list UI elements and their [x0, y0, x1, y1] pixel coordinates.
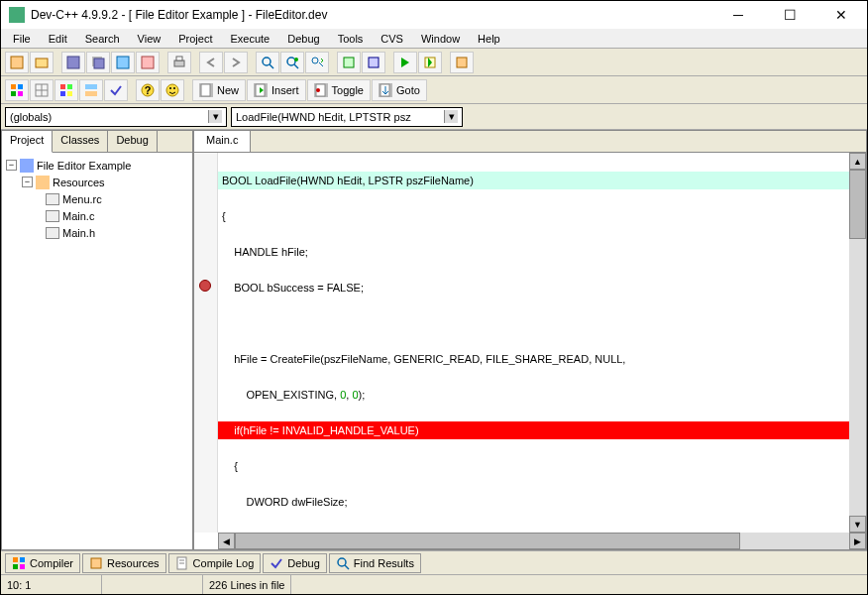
insert-button[interactable]: Insert [247, 79, 306, 101]
maximize-button[interactable]: ☐ [772, 3, 808, 27]
collapse-icon[interactable]: − [6, 160, 17, 171]
scroll-down-icon[interactable]: ▼ [849, 516, 866, 533]
project-icon [20, 159, 34, 173]
svg-point-36 [173, 87, 175, 89]
save-disk-icon[interactable] [111, 52, 135, 73]
breakpoint-icon[interactable] [199, 280, 211, 292]
find-next-icon[interactable] [305, 52, 329, 73]
new-project-icon[interactable] [5, 52, 29, 73]
svg-point-35 [169, 87, 171, 89]
file-icon [46, 227, 59, 239]
file-tab-main-c[interactable]: Main.c [194, 131, 251, 152]
tree-folder-label: Resources [53, 177, 105, 188]
tree-root[interactable]: −File Editor Example [6, 157, 188, 174]
undo-icon[interactable] [199, 52, 223, 73]
about-icon[interactable] [161, 79, 184, 101]
file-icon [46, 193, 59, 205]
vertical-scrollbar[interactable]: ▲ ▼ [849, 153, 866, 533]
menu-debug[interactable]: Debug [279, 31, 327, 47]
run-icon[interactable] [362, 52, 385, 73]
menu-tools[interactable]: Tools [330, 31, 372, 47]
horizontal-scrollbar[interactable]: ◀ ▶ [218, 533, 866, 549]
scroll-up-icon[interactable]: ▲ [849, 153, 866, 170]
menu-execute[interactable]: Execute [222, 31, 277, 47]
function-combo[interactable]: LoadFile(HWND hEdit, LPTSTR psz▾ [231, 107, 463, 127]
tab-debug-bottom[interactable]: Debug [263, 553, 326, 573]
svg-rect-7 [174, 60, 184, 66]
menu-file[interactable]: File [5, 31, 39, 47]
tab-resources[interactable]: Resources [82, 553, 166, 573]
tab-debug[interactable]: Debug [108, 131, 157, 152]
menu-window[interactable]: Window [413, 31, 468, 47]
goto-icon [379, 83, 392, 97]
grid3-icon[interactable] [54, 79, 78, 101]
help-icon[interactable]: ? [136, 79, 160, 101]
print-icon[interactable] [167, 52, 191, 73]
scroll-thumb[interactable] [849, 170, 866, 239]
svg-point-34 [166, 84, 178, 96]
status-empty [102, 575, 203, 594]
code-line: { [218, 207, 849, 225]
scope-combo-value: (globals) [10, 111, 52, 123]
svg-rect-8 [176, 57, 182, 60]
scope-combo[interactable]: (globals)▾ [5, 107, 227, 127]
new-file-button[interactable]: New [192, 79, 246, 101]
svg-point-14 [312, 58, 318, 63]
svg-rect-4 [94, 59, 104, 68]
tab-label: Debug [287, 557, 319, 569]
chevron-down-icon: ▾ [208, 110, 222, 123]
tab-project[interactable]: Project [2, 131, 53, 153]
menu-view[interactable]: View [130, 31, 169, 47]
tree-folder[interactable]: −Resources [22, 174, 188, 190]
check-icon[interactable] [104, 79, 128, 101]
code-line-breakpoint: if(hFile != INVALID_HANDLE_VALUE) [218, 421, 849, 439]
tree-file[interactable]: Main.c [46, 207, 188, 224]
grid1-icon[interactable] [5, 79, 29, 101]
goto-button[interactable]: Goto [372, 79, 427, 101]
save-icon[interactable] [61, 52, 85, 73]
code-line: HANDLE hFile; [218, 243, 849, 261]
close-file-icon[interactable] [136, 52, 160, 73]
scroll-left-icon[interactable]: ◀ [218, 533, 235, 549]
menu-search[interactable]: Search [77, 31, 128, 47]
svg-point-13 [294, 58, 298, 61]
scroll-thumb[interactable] [235, 533, 740, 549]
tab-find-results[interactable]: Find Results [329, 553, 421, 573]
find-icon[interactable] [256, 52, 279, 73]
redo-icon[interactable] [224, 52, 248, 73]
replace-icon[interactable] [280, 52, 304, 73]
close-button[interactable]: ✕ [823, 3, 859, 27]
svg-rect-46 [91, 558, 101, 568]
tree-file[interactable]: Main.h [46, 224, 188, 241]
svg-point-50 [338, 558, 346, 566]
svg-point-9 [263, 58, 271, 65]
new-label: New [217, 84, 239, 96]
status-cursor-pos: 10: 1 [1, 575, 102, 594]
collapse-icon[interactable]: − [22, 177, 33, 187]
menu-edit[interactable]: Edit [41, 31, 75, 47]
save-all-icon[interactable] [86, 52, 110, 73]
compile-icon[interactable] [337, 52, 361, 73]
compile-run-icon[interactable] [393, 52, 417, 73]
debug-icon [270, 556, 283, 570]
tab-classes[interactable]: Classes [53, 131, 108, 152]
tree-file[interactable]: Menu.rc [46, 190, 188, 207]
code-editor[interactable]: BOOL LoadFile(HWND hEdit, LPSTR pszFileN… [218, 153, 849, 533]
tab-compiler[interactable]: Compiler [5, 553, 80, 573]
grid4-icon[interactable] [79, 79, 103, 101]
log-icon [175, 556, 189, 570]
code-line [218, 314, 849, 332]
scroll-right-icon[interactable]: ▶ [849, 533, 866, 549]
svg-rect-18 [457, 58, 467, 67]
menu-help[interactable]: Help [470, 31, 508, 47]
tab-compile-log[interactable]: Compile Log [168, 553, 262, 573]
menu-cvs[interactable]: CVS [373, 31, 411, 47]
gutter[interactable] [194, 153, 218, 533]
rebuild-icon[interactable] [418, 52, 442, 73]
open-icon[interactable] [30, 52, 54, 73]
toggle-button[interactable]: Toggle [307, 79, 371, 101]
grid2-icon[interactable] [30, 79, 54, 101]
menu-project[interactable]: Project [170, 31, 220, 47]
minimize-button[interactable]: ─ [720, 3, 756, 27]
debug-run-icon[interactable] [450, 52, 474, 73]
